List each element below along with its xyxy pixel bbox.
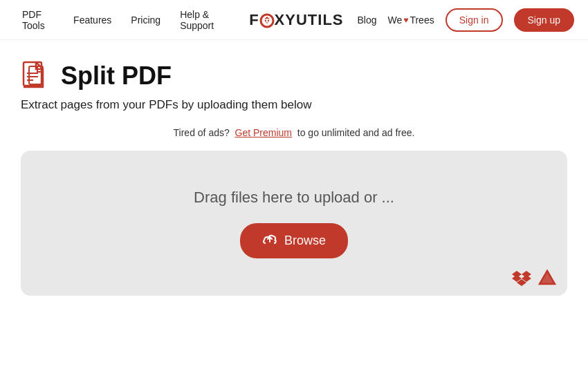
nav-features[interactable]: Features — [65, 9, 120, 31]
drop-text: Drag files here to upload or ... — [194, 189, 394, 207]
page-title: Split PDF — [61, 61, 172, 91]
we-text: We — [388, 15, 403, 26]
trees-text: Trees — [410, 15, 434, 26]
svg-marker-1 — [264, 17, 270, 19]
nav-help-support[interactable]: Help & Support — [172, 3, 235, 37]
title-row: Split PDF — [21, 61, 567, 91]
logo-o-icon — [259, 13, 275, 28]
cloud-storage-icons — [512, 269, 556, 286]
get-premium-link[interactable]: Get Premium — [235, 127, 292, 138]
dropzone[interactable]: Drag files here to upload or ... Browse — [21, 151, 567, 296]
promo-after: to go unlimited and ad free. — [297, 127, 415, 138]
nav-right: Blog We♥Trees Sign in Sign up — [358, 8, 574, 32]
svg-marker-18 — [540, 271, 555, 284]
site-logo[interactable]: F XYUTILS — [249, 11, 343, 29]
svg-point-0 — [261, 15, 273, 27]
page-subtitle: Extract pages from your PDFs by uploadin… — [21, 98, 567, 112]
signup-button[interactable]: Sign up — [514, 8, 574, 32]
nav-links: PDF Tools Features Pricing Help & Suppor… — [14, 3, 235, 37]
nav-right-links: Blog We♥Trees — [358, 15, 434, 26]
svg-point-3 — [267, 19, 268, 21]
nav-blog[interactable]: Blog — [358, 15, 377, 26]
browse-button[interactable]: Browse — [240, 223, 348, 258]
main-content: Split PDF Extract pages from your PDFs b… — [0, 40, 588, 310]
nav-we-trees[interactable]: We♥Trees — [388, 15, 434, 26]
nav-pdf-tools[interactable]: PDF Tools — [14, 3, 62, 37]
split-pdf-icon — [21, 61, 51, 91]
google-drive-icon[interactable] — [538, 269, 556, 286]
dropbox-icon[interactable] — [512, 269, 531, 286]
svg-point-2 — [264, 19, 266, 21]
upload-cloud-icon — [262, 232, 277, 249]
navbar: PDF Tools Features Pricing Help & Suppor… — [0, 0, 588, 40]
browse-label: Browse — [284, 234, 326, 248]
promo-text: Tired of ads? Get Premium to go unlimite… — [21, 127, 567, 138]
logo-text: F XYUTILS — [249, 11, 343, 29]
promo-before: Tired of ads? — [174, 127, 230, 138]
nav-pricing[interactable]: Pricing — [122, 9, 169, 31]
heart-icon: ♥ — [403, 15, 408, 25]
signin-button[interactable]: Sign in — [445, 8, 503, 32]
